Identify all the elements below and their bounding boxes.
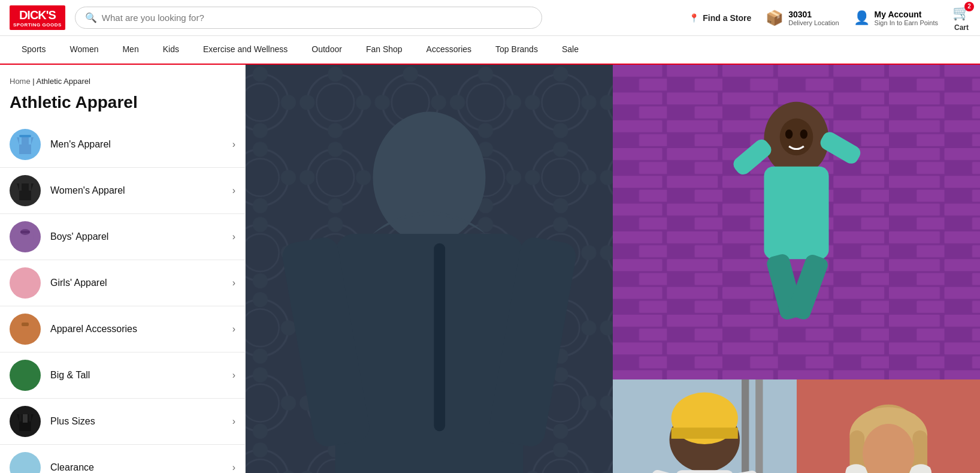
nav-item-outdoor[interactable]: Outdoor [300, 36, 354, 64]
sidebar-title: Athletic Apparel [0, 91, 245, 122]
svg-marker-6 [17, 276, 34, 293]
sidebar-item-apparel-accessories[interactable]: Apparel Accessories › [0, 306, 245, 353]
hero-background [246, 65, 613, 473]
nav-item-fanshop[interactable]: Fan Shop [354, 36, 415, 64]
svg-point-39 [800, 129, 807, 138]
sidebar-item-boys-apparel[interactable]: Boys' Apparel › [0, 214, 245, 260]
account-sub: Sign In to Earn Points [875, 19, 938, 26]
sidebar-label-girls: Girls' Apparel [50, 278, 232, 288]
delivery-label: Delivery Location [788, 19, 839, 26]
chevron-icon-bigtall: › [232, 370, 235, 381]
hero-panel-woman [797, 379, 981, 473]
svg-rect-32 [764, 167, 828, 259]
hero-panel-top-right [613, 65, 980, 379]
chevron-icon-clearance: › [232, 462, 235, 473]
find-store-link[interactable]: 📍 Find a Store [689, 13, 751, 23]
svg-marker-12 [17, 460, 34, 473]
chevron-icon-accessories: › [232, 324, 235, 335]
svg-marker-1 [17, 137, 34, 154]
sidebar: Home | Athletic Apparel Athletic Apparel… [0, 65, 246, 473]
cart-label: Cart [954, 23, 969, 32]
logo-brand: DICK'S [13, 8, 62, 22]
find-store-label: Find a Store [703, 13, 751, 23]
header-actions: 📍 Find a Store 📦 30301 Delivery Location… [689, 4, 970, 32]
sidebar-thumb-bigtall [10, 360, 41, 391]
breadcrumb-current: Athletic Apparel [37, 77, 90, 86]
chevron-icon-plussizes: › [232, 416, 235, 427]
nav-item-men[interactable]: Men [110, 36, 150, 64]
svg-rect-46 [672, 427, 738, 439]
account-link[interactable]: 👤 My Account Sign In to Earn Points [854, 10, 938, 26]
sidebar-label-clearance: Clearance [50, 462, 232, 473]
sidebar-item-mens-apparel[interactable]: Men's Apparel › [0, 122, 245, 168]
hero-area: Score Deals for the Whole Family Save on… [246, 65, 980, 473]
svg-point-38 [785, 129, 793, 138]
nav-item-sale[interactable]: Sale [550, 36, 591, 64]
sidebar-item-girls-apparel[interactable]: Girls' Apparel › [0, 260, 245, 306]
main-content: Home | Athletic Apparel Athletic Apparel… [0, 65, 980, 473]
svg-rect-0 [19, 135, 31, 137]
svg-rect-43 [755, 379, 763, 473]
nav-item-sports[interactable]: Sports [10, 36, 58, 64]
svg-rect-42 [742, 379, 749, 473]
delivery-zip: 30301 [788, 10, 839, 19]
account-icon: 👤 [854, 10, 870, 26]
chevron-icon-mens: › [232, 139, 235, 150]
sidebar-label-bigtall: Big & Tall [50, 370, 232, 381]
sidebar-item-clearance[interactable]: Clearance › [0, 445, 245, 473]
chevron-icon-womens: › [232, 185, 235, 196]
account-text: My Account Sign In to Earn Points [875, 10, 938, 26]
nav-bar: Sports Women Men Kids Exercise and Welln… [0, 36, 980, 65]
cart-badge: 2 [964, 2, 974, 11]
svg-rect-8 [22, 323, 29, 326]
nav-item-topbrands[interactable]: Top Brands [483, 36, 550, 64]
nav-item-kids[interactable]: Kids [151, 36, 191, 64]
search-icon: 🔍 [85, 12, 97, 23]
nav-item-women[interactable]: Women [58, 36, 110, 64]
chevron-icon-boys: › [232, 231, 235, 242]
svg-marker-9 [17, 368, 34, 385]
account-label: My Account [875, 10, 938, 19]
breadcrumb: Home | Athletic Apparel [0, 74, 245, 91]
sidebar-thumb-clearance [10, 452, 41, 473]
svg-rect-11 [23, 414, 28, 423]
sidebar-thumb-boys [10, 221, 41, 252]
breadcrumb-home[interactable]: Home [10, 77, 31, 86]
sidebar-item-plus-sizes[interactable]: Plus Sizes › [0, 399, 245, 445]
hero-panel-kid [613, 379, 797, 473]
hero-panel-bottom-right [613, 379, 980, 473]
header: DICK'S SPORTING GOODS 🔍 📍 Find a Store 📦… [0, 0, 980, 36]
svg-rect-47 [675, 470, 734, 473]
sidebar-thumb-girls [10, 267, 41, 299]
delivery-icon: 📦 [766, 10, 784, 26]
sidebar-label-womens: Women's Apparel [50, 185, 232, 196]
search-input[interactable] [102, 13, 532, 23]
nav-item-exercise[interactable]: Exercise and Wellness [191, 36, 300, 64]
nav-item-accessories[interactable]: Accessories [415, 36, 483, 64]
sidebar-item-womens-apparel[interactable]: Women's Apparel › [0, 168, 245, 214]
delivery-location[interactable]: 📦 30301 Delivery Location [766, 10, 839, 26]
delivery-text: 30301 Delivery Location [788, 10, 839, 26]
logo[interactable]: DICK'S SPORTING GOODS [10, 5, 65, 31]
sidebar-thumb-womens [10, 175, 41, 206]
svg-rect-5 [20, 231, 30, 233]
sidebar-thumb-accessories [10, 314, 41, 345]
store-icon: 📍 [689, 13, 699, 23]
cart-link[interactable]: 🛒 2 Cart [952, 4, 970, 32]
chevron-icon-girls: › [232, 278, 235, 288]
hero-panel-main: Score Deals for the Whole Family Save on… [246, 65, 613, 473]
search-bar[interactable]: 🔍 [75, 7, 542, 29]
sidebar-label-boys: Boys' Apparel [50, 231, 232, 242]
sidebar-item-big-tall[interactable]: Big & Tall › [0, 353, 245, 399]
svg-marker-2 [17, 183, 34, 200]
svg-rect-25 [434, 243, 445, 431]
sidebar-label-mens: Men's Apparel [50, 139, 232, 150]
sidebar-label-plussizes: Plus Sizes [50, 416, 232, 427]
logo-sub: SPORTING GOODS [13, 22, 62, 28]
breadcrumb-sep: | [31, 77, 37, 86]
sidebar-label-accessories: Apparel Accessories [50, 324, 232, 335]
sidebar-thumb-plussizes [10, 406, 41, 437]
sidebar-thumb-mens [10, 129, 41, 160]
